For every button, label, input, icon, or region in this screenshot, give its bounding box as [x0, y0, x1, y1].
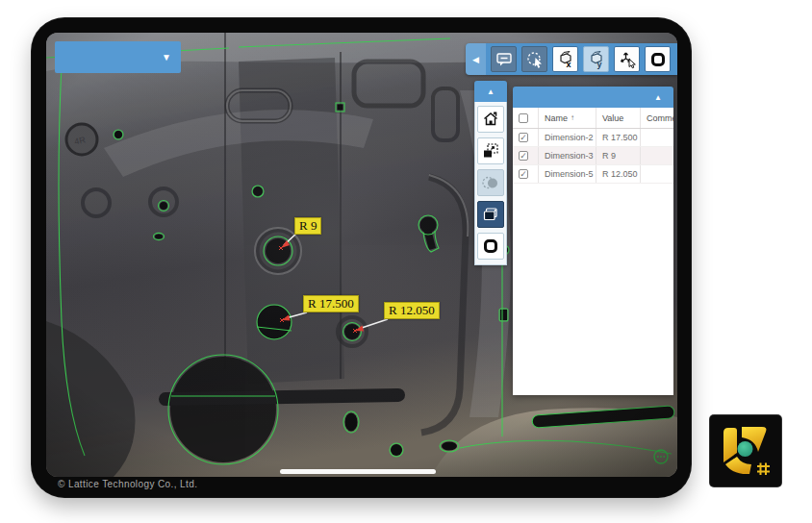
table-header-row: Name ↑ Value Comment [513, 108, 673, 129]
chevron-up-icon: ▲ [487, 87, 495, 96]
dimension-value: R 9 [596, 147, 640, 164]
row-checkbox[interactable]: ✓ [519, 151, 528, 161]
measurements-table: Name ↑ Value Comment ✓ Dimension-2 R 17.… [513, 108, 673, 395]
dimension-name: Dimension-2 [538, 129, 596, 146]
lasso-select-icon [525, 50, 545, 69]
ring-shape-button[interactable] [477, 233, 504, 260]
svg-text:x: x [566, 60, 571, 69]
zoom-area-icon [481, 141, 500, 161]
svg-text:y: y [596, 60, 601, 69]
cross-section-y-tool-button[interactable]: y [583, 46, 609, 72]
home-icon [481, 110, 500, 129]
viewer-screen: 4R [46, 33, 677, 477]
row-checkbox[interactable]: ✓ [519, 169, 528, 179]
dimension-name: Dimension-3 [538, 147, 596, 164]
dimension-value: R 12.050 [596, 165, 640, 183]
cross-section-x-tool-button[interactable]: x [552, 46, 578, 72]
home-view-button[interactable] [477, 106, 504, 133]
spotlight-button[interactable] [477, 169, 504, 196]
measurements-panel: ▲ Name ↑ Value Comment ✓ Dimension [513, 87, 673, 395]
home-indicator[interactable] [280, 469, 436, 474]
comment-icon [495, 50, 514, 69]
table-row[interactable]: ✓ Dimension-5 R 12.050 [513, 165, 673, 184]
spotlight-icon [481, 173, 500, 192]
lattice-logo-icon [710, 415, 781, 486]
viewports-button[interactable] [477, 201, 504, 228]
ring-shape-icon [651, 53, 665, 66]
ring-shape-icon [484, 239, 497, 253]
cross-section-x-icon: x [556, 50, 575, 69]
table-row[interactable]: ✓ Dimension-2 R 17.500 [513, 129, 673, 147]
column-name: Name ↑ [538, 108, 596, 128]
dimension-comment [640, 165, 673, 183]
ring-shape-tool-button[interactable] [645, 46, 671, 72]
viewports-icon [481, 205, 500, 224]
chevron-left-icon: ◀ [472, 55, 479, 64]
model-selector-dropdown[interactable]: ▼ [55, 41, 181, 73]
top-toolbar: ◀ [466, 43, 677, 75]
dimension-label-r17500[interactable]: R 17.500 [303, 295, 359, 312]
lattice-logo [710, 415, 781, 486]
lasso-select-tool-button[interactable] [521, 46, 547, 72]
row-checkbox[interactable]: ✓ [519, 133, 528, 142]
palette-collapse-button[interactable]: ▲ [474, 81, 507, 102]
move-part-tool-button[interactable] [614, 46, 640, 72]
cross-section-y-icon: y [587, 50, 606, 69]
comment-tool-button[interactable] [491, 46, 517, 72]
chevron-up-icon: ▲ [654, 93, 662, 102]
sort-asc-icon: ↑ [571, 113, 574, 122]
dimension-name: Dimension-5 [538, 165, 596, 183]
dimension-value: R 17.500 [596, 129, 640, 146]
toolbar-collapse-button[interactable]: ◀ [466, 43, 486, 75]
dimension-comment [640, 129, 673, 146]
column-comment: Comment [640, 108, 673, 128]
copyright-text: © Lattice Technology Co., Ltd. [58, 479, 197, 489]
panel-collapse-button[interactable]: ▲ [513, 87, 673, 108]
dimension-label-r12050[interactable]: R 12.050 [384, 302, 440, 319]
tool-palette: ▲ [474, 81, 507, 265]
move-part-icon [618, 50, 637, 69]
tablet-device: 4R [32, 18, 691, 497]
table-row[interactable]: ✓ Dimension-3 R 9 [513, 147, 673, 165]
chevron-down-icon: ▼ [162, 53, 171, 62]
zoom-area-button[interactable] [477, 137, 504, 164]
dimension-comment [640, 147, 673, 164]
page: 4R [0, 0, 812, 523]
select-all-checkbox[interactable] [519, 113, 528, 123]
column-value: Value [596, 108, 640, 128]
dimension-label-r9[interactable]: R 9 [294, 217, 321, 235]
